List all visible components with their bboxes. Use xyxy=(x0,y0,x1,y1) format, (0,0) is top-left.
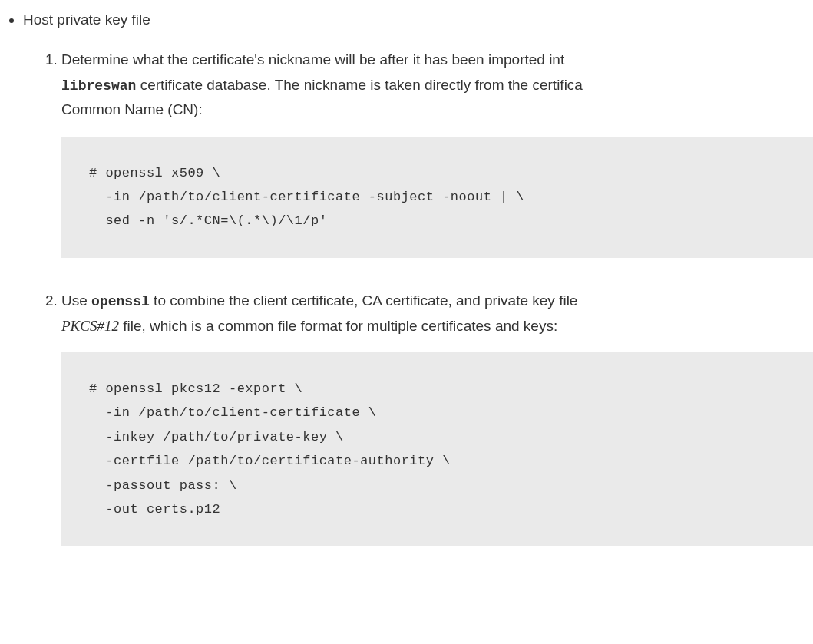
step-1-code-libreswan: libreswan xyxy=(61,78,136,94)
step-2: Use openssl to combine the client certif… xyxy=(61,289,813,547)
step-2-text-1: Use xyxy=(61,292,91,309)
step-2-paragraph: Use openssl to combine the client certif… xyxy=(61,289,813,339)
bullet-item: Host private key file Determine what the… xyxy=(23,8,813,546)
step-2-text-3: file, which is a common file format for … xyxy=(119,318,557,334)
bullet-list: Host private key file Determine what the… xyxy=(0,8,813,546)
step-1-code-block: # openssl x509 \ -in /path/to/client-cer… xyxy=(61,137,813,258)
step-2-code-openssl: openssl xyxy=(91,294,150,309)
step-2-italic-pkcs12: PKCS#12 xyxy=(61,318,119,334)
step-1-text-1: Determine what the certificate's nicknam… xyxy=(61,51,564,68)
step-2-text-2: to combine the client certificate, CA ce… xyxy=(150,292,578,309)
step-2-code-block: # openssl pkcs12 -export \ -in /path/to/… xyxy=(61,352,813,547)
step-1-text-2: certificate database. The nickname is ta… xyxy=(136,77,583,93)
step-1: Determine what the certificate's nicknam… xyxy=(61,48,813,258)
numbered-list: Determine what the certificate's nicknam… xyxy=(23,48,813,546)
step-1-text-3: Common Name (CN): xyxy=(61,101,203,117)
bullet-title: Host private key file xyxy=(23,12,150,28)
step-1-paragraph: Determine what the certificate's nicknam… xyxy=(61,48,813,122)
